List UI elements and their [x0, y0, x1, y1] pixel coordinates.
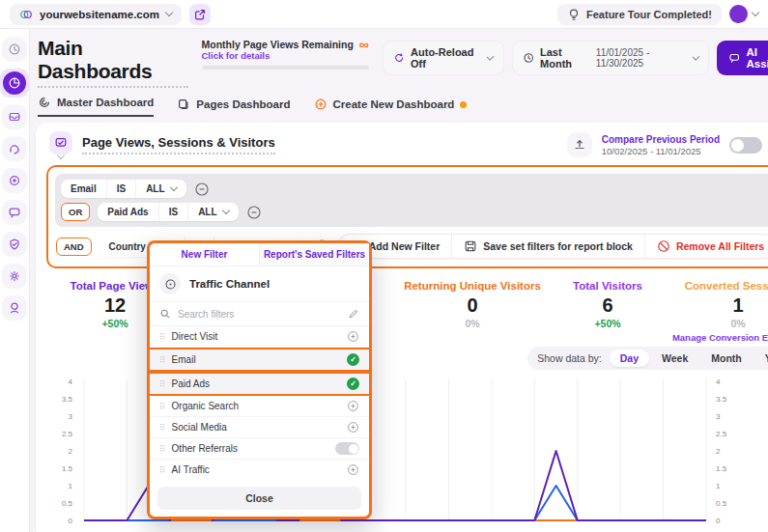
chat-icon	[8, 206, 21, 219]
filter-item-organic-search[interactable]: ⠿ Organic Search	[150, 396, 369, 417]
stat-delta: 0%	[391, 318, 554, 329]
drag-handle-icon[interactable]: ⠿	[159, 423, 165, 433]
clock-icon	[523, 51, 534, 65]
conjunction-and[interactable]: AND	[56, 238, 92, 256]
filter-field[interactable]: Email	[61, 180, 107, 198]
auto-reload-dropdown[interactable]: Auto-Reload Off	[383, 41, 504, 75]
chevron-down-icon	[221, 207, 229, 214]
granularity-day[interactable]: Day	[610, 350, 649, 367]
check-circle-icon[interactable]: ✓	[347, 378, 359, 390]
history-icon	[8, 42, 21, 56]
add-circle-icon[interactable]	[347, 400, 359, 412]
headset-icon	[8, 142, 21, 155]
sidebar-item-dashboards[interactable]	[0, 69, 29, 98]
ai-assistant-button[interactable]: AI Assistant	[717, 41, 768, 75]
ai-assistant-label: AI Assistant	[747, 46, 768, 70]
sidebar-item-location[interactable]	[2, 295, 27, 321]
filter-pill-email[interactable]: Email IS ALL	[61, 180, 186, 198]
tab-create-new-dashboard[interactable]: Create New Dashboard	[314, 98, 468, 117]
stat-label: Returning Unique Visitors	[391, 280, 554, 292]
popup-dimension-row[interactable]: Traffic Channel	[150, 266, 369, 302]
show-data-by-label: Show data by:	[531, 352, 608, 364]
stat-total-visitors: Total Visitors 6 +50%	[554, 280, 662, 343]
add-circle-icon[interactable]	[347, 421, 359, 434]
filter-item-ai-traffic[interactable]: ⠿ AI Traffic	[150, 460, 369, 480]
stat-delta: 0%	[662, 318, 768, 329]
tab-master-dashboard[interactable]: Master Dashboard	[38, 96, 154, 117]
granularity-month[interactable]: Month	[700, 350, 753, 367]
filter-item-email[interactable]: ⠿ Email ✓	[150, 348, 369, 372]
chevron-down-icon	[487, 52, 495, 60]
popup-search-row	[150, 302, 369, 326]
manage-conversion-events-link[interactable]: Manage Conversion Events →	[662, 332, 768, 343]
monthly-quota-link[interactable]: Click for details	[202, 50, 369, 61]
remove-all-filters-button[interactable]: Remove All Filters	[645, 235, 768, 258]
filter-item-direct-visit[interactable]: ⠿ Direct Visit	[150, 326, 369, 348]
drag-handle-icon[interactable]: ⠿	[159, 444, 165, 454]
popup-tab-saved-filters[interactable]: Report's Saved Filters	[259, 243, 369, 266]
stat-value: 1	[662, 294, 768, 317]
sidebar-item-calls[interactable]	[2, 136, 27, 161]
y-axis-label-right: 0	[716, 517, 721, 525]
tab-label: Create New Dashboard	[333, 98, 455, 110]
remove-filter-icon[interactable]	[246, 205, 262, 220]
pencil-icon[interactable]	[348, 308, 359, 320]
block-type-icon-wrap[interactable]	[49, 131, 72, 158]
user-menu[interactable]	[729, 5, 758, 23]
period-range: 11/01/2025 - 11/30/2025	[596, 47, 688, 69]
remove-all-label: Remove All Filters	[676, 240, 764, 252]
sidebar-item-inbox[interactable]	[2, 104, 27, 129]
drag-handle-icon[interactable]: ⠿	[159, 332, 165, 342]
open-site-button[interactable]	[189, 4, 211, 25]
item-toggle[interactable]	[335, 442, 359, 455]
card-header-actions: Compare Previous Period 10/02/2025 - 11/…	[567, 132, 768, 158]
export-button[interactable]	[567, 132, 592, 157]
filter-value-dropdown[interactable]: ALL	[188, 203, 238, 221]
pages-icon	[177, 98, 190, 111]
save-filters-button[interactable]: Save set filters for report block	[452, 235, 645, 258]
filter-operator[interactable]: IS	[159, 203, 188, 221]
filter-pill-paid-ads[interactable]: Paid Ads IS ALL	[98, 203, 238, 221]
tab-pages-dashboard[interactable]: Pages Dashboard	[177, 98, 290, 117]
filter-item-social-media[interactable]: ⠿ Social Media	[150, 417, 369, 438]
sidebar-item-privacy[interactable]	[2, 232, 27, 257]
page-title: Main Dashboards	[38, 37, 188, 88]
date-range-picker[interactable]: Last Month 11/01/2025 - 11/30/2025	[512, 41, 709, 75]
sidebar-item-history[interactable]	[2, 37, 27, 62]
sidebar-item-tracking[interactable]	[2, 168, 27, 193]
compare-toggle[interactable]	[729, 137, 762, 154]
sidebar-item-settings[interactable]	[2, 264, 27, 289]
filter-operator[interactable]: IS	[107, 180, 136, 198]
filter-item-paid-ads[interactable]: ⠿ Paid Ads ✓	[150, 372, 369, 396]
remove-filter-icon[interactable]	[194, 182, 210, 197]
popup-close-button[interactable]: Close	[157, 487, 361, 510]
filter-group: Email IS ALL OR Paid Ads IS ALL	[55, 174, 768, 227]
lightbulb-icon	[567, 8, 581, 21]
filter-field[interactable]: Paid Ads	[98, 203, 158, 221]
conjunction-or[interactable]: OR	[61, 203, 90, 221]
popup-tab-new-filter[interactable]: New Filter	[150, 243, 259, 266]
dashboard-tabs: Master Dashboard Pages Dashboard Create …	[36, 88, 768, 117]
drag-handle-icon[interactable]: ⠿	[159, 465, 165, 475]
feature-tour-button[interactable]: Feature Tour Completed!	[557, 4, 722, 25]
chat-bubble-icon	[728, 51, 740, 65]
drag-handle-icon[interactable]: ⠿	[159, 355, 165, 365]
drag-handle-icon[interactable]: ⠿	[159, 379, 165, 389]
y-axis-label-right: 4	[716, 378, 721, 386]
y-axis-label-left: 2.5	[62, 430, 73, 438]
granularity-year[interactable]: Year	[754, 350, 768, 367]
add-circle-icon[interactable]	[347, 463, 359, 476]
filter-item-other-referrals[interactable]: ⠿ Other Referrals	[150, 438, 369, 460]
search-filters-input[interactable]	[178, 309, 341, 320]
site-selector[interactable]: yourwebsitename.com	[10, 4, 182, 25]
granularity-week[interactable]: Week	[651, 350, 698, 367]
check-circle-icon[interactable]: ✓	[347, 353, 359, 366]
y-axis-label-left: 1	[69, 482, 73, 490]
monthly-quota[interactable]: Monthly Page Views Remaining ∞ Click for…	[202, 39, 369, 70]
save-icon	[464, 239, 477, 253]
add-circle-icon[interactable]	[347, 330, 359, 343]
filter-value-dropdown[interactable]: ALL	[136, 180, 185, 198]
drag-handle-icon[interactable]: ⠿	[159, 402, 165, 411]
sidebar-item-chat[interactable]	[2, 200, 27, 225]
chart-area: 000.50.5111.51.5222.52.5333.53.54411/01/…	[36, 372, 768, 532]
